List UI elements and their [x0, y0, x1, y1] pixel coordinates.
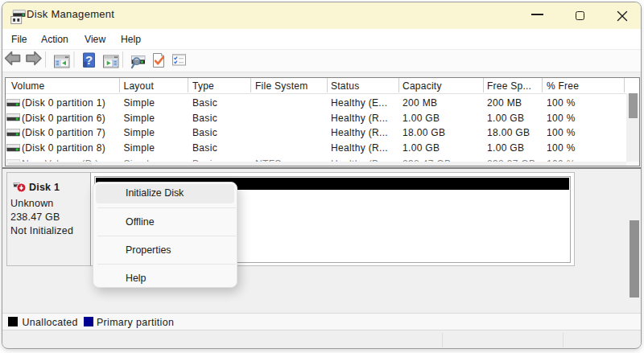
svg-text:?: ? — [85, 53, 93, 67]
